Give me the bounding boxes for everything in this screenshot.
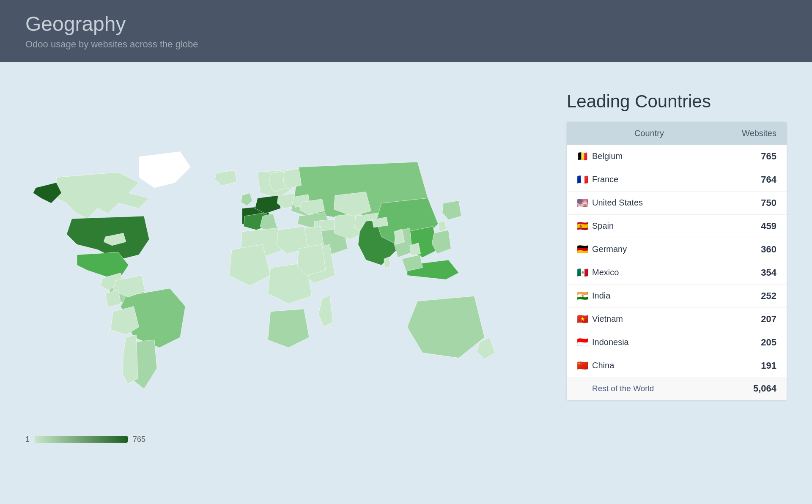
country-table: Country Websites 🇧🇪 Belgium 765 🇫🇷 Franc… bbox=[567, 122, 787, 400]
website-count: 207 bbox=[721, 314, 776, 325]
table-row: 🇺🇸 United States 750 bbox=[567, 192, 787, 215]
website-count: 354 bbox=[721, 267, 776, 278]
column-header-country: Country bbox=[577, 129, 721, 138]
page-title: Geography bbox=[25, 12, 787, 36]
page-subtitle: Odoo usage by websites across the globe bbox=[25, 39, 787, 50]
table-row: 🇪🇸 Spain 459 bbox=[567, 215, 787, 238]
flag-icon: 🇧🇪 bbox=[577, 151, 592, 162]
country-name: Belgium bbox=[592, 151, 721, 161]
flag-icon: 🇮🇳 bbox=[577, 290, 592, 301]
legend-max: 765 bbox=[133, 435, 145, 444]
table-row: 🇮🇩 Indonesia 205 bbox=[567, 331, 787, 354]
table-row: 🇫🇷 France 764 bbox=[567, 168, 787, 192]
main-content: 1 765 Leading Countries Country Websites… bbox=[0, 62, 812, 504]
rest-of-world-row: Rest of the World 5,064 bbox=[567, 377, 787, 400]
table-row: 🇩🇪 Germany 360 bbox=[567, 238, 787, 261]
flag-icon: 🇮🇩 bbox=[577, 337, 592, 348]
page-header: Geography Odoo usage by websites across … bbox=[0, 0, 812, 62]
website-count: 459 bbox=[721, 221, 776, 232]
rest-count: 5,064 bbox=[721, 383, 776, 394]
world-map bbox=[25, 136, 541, 427]
flag-icon: 🇺🇸 bbox=[577, 197, 592, 208]
country-name: Vietnam bbox=[592, 314, 721, 324]
country-name: Spain bbox=[592, 221, 721, 231]
country-name: Indonesia bbox=[592, 337, 721, 347]
column-header-websites: Websites bbox=[721, 129, 776, 138]
table-header: Country Websites bbox=[567, 122, 787, 145]
flag-icon: 🇻🇳 bbox=[577, 314, 592, 325]
website-count: 360 bbox=[721, 244, 776, 255]
legend-min: 1 bbox=[25, 435, 30, 444]
flag-icon: 🇲🇽 bbox=[577, 267, 592, 278]
country-name: India bbox=[592, 291, 721, 301]
flag-icon: 🇩🇪 bbox=[577, 244, 592, 255]
website-count: 191 bbox=[721, 360, 776, 371]
table-row: 🇮🇳 India 252 bbox=[567, 285, 787, 308]
map-container: 1 765 bbox=[25, 83, 541, 497]
table-row: 🇻🇳 Vietnam 207 bbox=[567, 308, 787, 331]
country-name: France bbox=[592, 175, 721, 184]
website-count: 750 bbox=[721, 197, 776, 208]
table-row: 🇨🇳 China 191 bbox=[567, 354, 787, 377]
country-name: Mexico bbox=[592, 268, 721, 277]
flag-icon: 🇪🇸 bbox=[577, 221, 592, 232]
table-body: 🇧🇪 Belgium 765 🇫🇷 France 764 🇺🇸 United S… bbox=[567, 145, 787, 377]
flag-icon: 🇫🇷 bbox=[577, 174, 592, 185]
leading-countries-title: Leading Countries bbox=[567, 91, 787, 112]
rest-label: Rest of the World bbox=[592, 384, 721, 393]
map-legend: 1 765 bbox=[25, 435, 541, 444]
country-name: China bbox=[592, 361, 721, 370]
table-row: 🇧🇪 Belgium 765 bbox=[567, 145, 787, 168]
country-name: United States bbox=[592, 198, 721, 208]
flag-icon: 🇨🇳 bbox=[577, 360, 592, 371]
website-count: 764 bbox=[721, 174, 776, 185]
website-count: 205 bbox=[721, 337, 776, 348]
legend-gradient-bar bbox=[35, 436, 128, 443]
website-count: 765 bbox=[721, 151, 776, 162]
website-count: 252 bbox=[721, 290, 776, 301]
leading-countries-panel: Leading Countries Country Websites 🇧🇪 Be… bbox=[567, 83, 787, 497]
country-name: Germany bbox=[592, 244, 721, 254]
table-row: 🇲🇽 Mexico 354 bbox=[567, 261, 787, 285]
